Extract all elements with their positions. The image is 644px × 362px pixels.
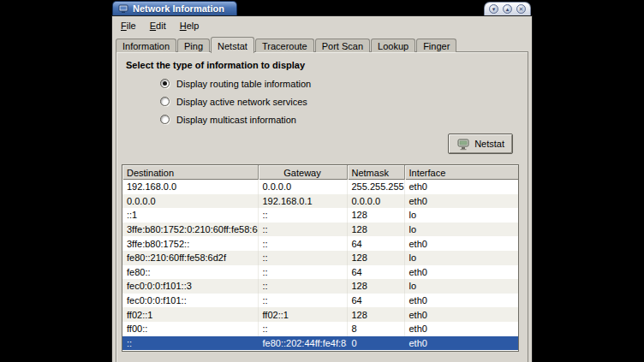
table-row[interactable]: 3ffe:b80:1752::::64eth0 (122, 236, 518, 251)
desktop-background: Network Information ▾▴✕ FileEditHelp Inf… (0, 0, 644, 362)
cell-netmask: 128 (347, 279, 404, 294)
radio-button[interactable] (160, 79, 170, 88)
tab-port-scan[interactable]: Port Scan (315, 39, 370, 52)
cell-destination: 3ffe:b80:1752:0:210:60ff:fe58:6d2f (122, 223, 258, 237)
cell-gateway: fe80::202:44ff:fe4f:83e1 (258, 336, 347, 351)
cell-destination: fec0:0:0:f101:: (122, 294, 258, 308)
cell-netmask: 64 (347, 265, 404, 280)
cell-gateway: :: (258, 322, 347, 336)
cell-netmask: 255.255.255.0 (347, 180, 404, 194)
radio-option-display-multicast-information[interactable]: Display multicast information (160, 113, 311, 126)
menu-item-file[interactable]: File (114, 17, 143, 34)
netstat-button[interactable]: Netstat (448, 134, 513, 154)
tab-traceroute[interactable]: Traceroute (255, 39, 314, 52)
table-row[interactable]: 192.168.0.00.0.0.0255.255.255.0eth0 (122, 180, 518, 194)
cell-interface: lo (404, 223, 518, 237)
network-information-window: Network Information ▾▴✕ FileEditHelp Inf… (111, 0, 533, 362)
radio-button[interactable] (160, 97, 170, 106)
cell-interface: eth0 (404, 336, 518, 351)
cell-destination: ff00:: (122, 322, 258, 336)
cell-netmask: 128 (347, 251, 404, 265)
tab-information[interactable]: Information (116, 39, 176, 52)
cell-netmask: 64 (347, 294, 404, 308)
maximize-button[interactable]: ▴ (503, 4, 512, 14)
netstat-tab-panel: Select the type of information to displa… (116, 51, 528, 362)
cell-netmask: 128 (347, 223, 404, 237)
menu-bar: FileEditHelp (112, 16, 532, 35)
cell-interface: eth0 (404, 180, 518, 194)
radio-label: Display routing table information (176, 79, 311, 89)
menu-item-edit[interactable]: Edit (143, 17, 173, 34)
tab-ping[interactable]: Ping (177, 39, 210, 52)
cell-netmask: 8 (347, 322, 404, 336)
column-header-netmask[interactable]: Netmask (347, 165, 404, 180)
cell-gateway: 0.0.0.0 (258, 180, 347, 194)
cell-gateway: :: (258, 279, 347, 294)
radio-option-display-routing-table-information[interactable]: Display routing table information (160, 77, 311, 90)
table-row[interactable]: fe80::210:60ff:fe58:6d2f::128lo (122, 251, 518, 265)
cell-netmask: 64 (347, 236, 404, 251)
radio-button[interactable] (160, 115, 170, 124)
section-heading: Select the type of information to displa… (126, 60, 305, 70)
netstat-button-label: Netstat (474, 139, 504, 149)
cell-destination: 192.168.0.0 (122, 180, 258, 194)
cell-destination: ::1 (122, 208, 258, 223)
cell-interface: eth0 (404, 194, 518, 209)
cell-destination: fe80:: (122, 265, 258, 280)
cell-destination: :: (122, 336, 258, 351)
cell-interface: eth0 (404, 236, 518, 251)
cell-destination: 3ffe:b80:1752:: (122, 236, 258, 251)
column-header-destination[interactable]: Destination (122, 165, 258, 180)
minimize-button[interactable]: ▾ (489, 4, 498, 14)
table-header-row: DestinationGatewayNetmaskInterface (122, 165, 518, 180)
netstat-button-icon (456, 138, 470, 151)
cell-gateway: :: (258, 294, 347, 308)
cell-interface: eth0 (404, 307, 518, 322)
cell-gateway: :: (258, 208, 347, 223)
table-row[interactable]: 3ffe:b80:1752:0:210:60ff:fe58:6d2f::128l… (122, 223, 518, 237)
table-row[interactable]: fe80::::64eth0 (122, 265, 518, 280)
tab-netstat[interactable]: Netstat (211, 37, 254, 53)
cell-gateway: :: (258, 251, 347, 265)
table-row[interactable]: ff02::1ff02::1128eth0 (122, 307, 518, 322)
table-row[interactable]: fec0:0:0:f101::::64eth0 (122, 294, 518, 308)
table-row[interactable]: ::1::128lo (122, 208, 518, 223)
table-row[interactable]: ff00::::8eth0 (122, 322, 518, 336)
cell-gateway: ff02::1 (258, 307, 347, 322)
cell-gateway: :: (258, 223, 347, 237)
title-tab[interactable]: Network Information (112, 1, 237, 15)
cell-interface: lo (404, 279, 518, 294)
cell-destination: fec0:0:0:f101::3 (122, 279, 258, 294)
close-icon: ✕ (519, 6, 524, 12)
close-button[interactable]: ✕ (516, 4, 526, 14)
column-header-interface[interactable]: Interface (404, 165, 518, 180)
cell-netmask: 128 (347, 208, 404, 223)
cell-destination: fe80::210:60ff:fe58:6d2f (122, 251, 258, 265)
tab-lookup[interactable]: Lookup (371, 39, 415, 52)
cell-destination: 0.0.0.0 (122, 194, 258, 209)
cell-netmask: 0 (347, 336, 404, 351)
window-icon (118, 3, 128, 14)
column-header-gateway[interactable]: Gateway (258, 165, 347, 180)
cell-netmask: 0.0.0.0 (347, 194, 404, 209)
table-row[interactable]: ::fe80::202:44ff:fe4f:83e10eth0 (122, 336, 518, 351)
tab-finger[interactable]: Finger (416, 39, 456, 52)
cell-interface: eth0 (404, 294, 518, 308)
radio-group: Display routing table informationDisplay… (160, 77, 311, 131)
window-controls: ▾▴✕ (484, 2, 531, 15)
menu-item-help[interactable]: Help (173, 17, 206, 34)
radio-option-display-active-network-services[interactable]: Display active network services (160, 95, 311, 108)
cell-interface: lo (404, 208, 518, 223)
title-bar[interactable]: Network Information ▾▴✕ (111, 0, 533, 15)
maximize-icon: ▴ (506, 6, 510, 12)
table-row[interactable]: fec0:0:0:f101::3::128lo (122, 279, 518, 294)
table-row[interactable]: 0.0.0.0192.168.0.10.0.0.0eth0 (122, 194, 518, 209)
cell-gateway: :: (258, 265, 347, 280)
minimize-icon: ▾ (492, 6, 496, 12)
cell-interface: eth0 (404, 322, 518, 336)
cell-netmask: 128 (347, 307, 404, 322)
radio-label: Display multicast information (176, 115, 296, 125)
routing-table[interactable]: DestinationGatewayNetmaskInterface 192.1… (122, 164, 519, 352)
tab-strip: InformationPingNetstatTraceroutePort Sca… (116, 36, 457, 52)
cell-interface: lo (404, 251, 518, 265)
